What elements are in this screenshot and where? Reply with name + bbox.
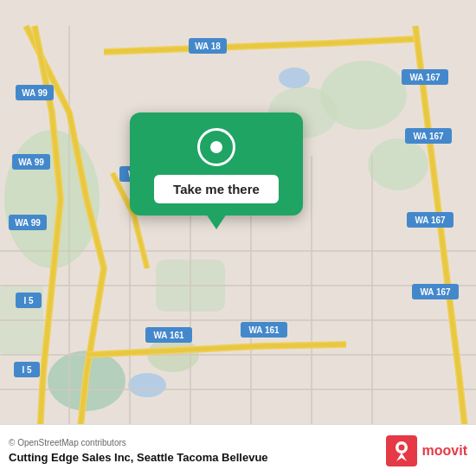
svg-text:I 5: I 5	[23, 296, 34, 306]
svg-text:WA 99: WA 99	[18, 158, 44, 167]
map-background: WA 18 WA 99 WA 99 WA 99 WA 167 WA 167 WA…	[0, 0, 476, 476]
svg-text:I 5: I 5	[22, 365, 32, 375]
svg-point-3	[368, 138, 428, 190]
location-popup: Take me there	[130, 113, 303, 215]
svg-point-10	[128, 373, 166, 397]
svg-text:WA 167: WA 167	[413, 132, 444, 141]
moovit-brand-text: moovit	[422, 443, 467, 459]
svg-point-9	[279, 68, 310, 88]
copyright-text: © OpenStreetMap contributors	[9, 438, 268, 447]
location-pin-dot	[210, 141, 222, 153]
svg-text:WA 161: WA 161	[153, 331, 184, 340]
map-container: WA 18 WA 99 WA 99 WA 99 WA 167 WA 167 WA…	[0, 0, 476, 476]
svg-text:WA 18: WA 18	[195, 42, 221, 51]
svg-text:WA 167: WA 167	[420, 287, 451, 297]
svg-text:WA 161: WA 161	[248, 325, 280, 335]
take-me-there-button[interactable]: Take me there	[154, 175, 279, 203]
location-pin-circle	[197, 128, 235, 166]
moovit-icon	[386, 435, 417, 466]
svg-text:WA 99: WA 99	[22, 88, 48, 98]
bottom-bar: © OpenStreetMap contributors Cutting Edg…	[0, 424, 476, 476]
bottom-info: © OpenStreetMap contributors Cutting Edg…	[9, 438, 268, 464]
location-label: Cutting Edge Sales Inc, Seattle Tacoma B…	[9, 451, 268, 464]
moovit-logo[interactable]: moovit	[386, 435, 467, 466]
svg-text:WA 167: WA 167	[415, 215, 446, 225]
svg-text:WA 99: WA 99	[15, 218, 41, 228]
svg-point-50	[398, 444, 404, 450]
svg-text:WA 167: WA 167	[409, 73, 441, 82]
